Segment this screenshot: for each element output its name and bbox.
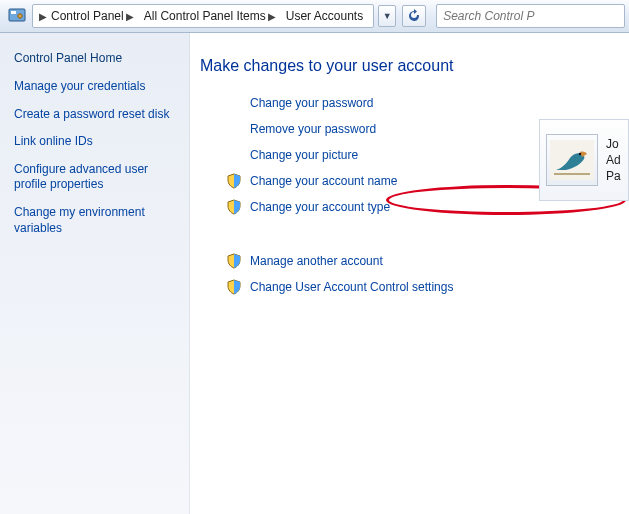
breadcrumb-dropdown-button[interactable]: ▼: [378, 5, 396, 27]
link-label: Remove your password: [250, 122, 376, 136]
sidebar-link-password-reset-disk[interactable]: Create a password reset disk: [14, 107, 175, 123]
link-change-account-type[interactable]: Change your account type: [226, 197, 453, 217]
link-label: Change your account name: [250, 174, 397, 188]
sidebar-link-advanced-profile[interactable]: Configure advanced user profile properti…: [14, 162, 175, 193]
breadcrumb-label: Control Panel: [51, 9, 124, 23]
svg-rect-0: [9, 9, 25, 21]
link-uac-settings[interactable]: Change User Account Control settings: [226, 277, 453, 297]
user-role: Ad: [606, 152, 621, 168]
sidebar: Control Panel Home Manage your credentia…: [0, 33, 190, 514]
chevron-right-icon: ▶: [39, 11, 47, 22]
user-picture[interactable]: [546, 134, 598, 186]
user-account-card: Jo Ad Pa: [539, 119, 629, 201]
uac-shield-icon: [226, 253, 242, 269]
uac-shield-icon: [226, 199, 242, 215]
uac-shield-icon: [226, 173, 242, 189]
refresh-icon: [407, 9, 421, 23]
uac-shield-icon: [226, 279, 242, 295]
sidebar-link-credentials[interactable]: Manage your credentials: [14, 79, 175, 95]
content-area: Control Panel Home Manage your credentia…: [0, 33, 629, 514]
user-password-status: Pa: [606, 168, 621, 184]
account-actions-group-1: Change your password Remove your passwor…: [200, 93, 453, 217]
breadcrumb: ▶ Control Panel ▶ All Control Panel Item…: [32, 4, 374, 28]
link-change-picture[interactable]: Change your picture: [226, 145, 453, 165]
account-actions-group-2: Manage another account Change User Accou…: [200, 251, 453, 297]
svg-rect-1: [11, 11, 16, 14]
svg-point-4: [579, 153, 581, 155]
user-meta: Jo Ad Pa: [606, 136, 621, 185]
bird-picture-icon: [550, 140, 594, 180]
chevron-right-icon: ▶: [126, 11, 134, 22]
link-label: Change your picture: [250, 148, 358, 162]
chevron-right-icon: ▶: [268, 11, 276, 22]
link-label: Manage another account: [250, 254, 383, 268]
breadcrumb-control-panel[interactable]: Control Panel ▶: [47, 5, 140, 27]
link-manage-another-account[interactable]: Manage another account: [226, 251, 453, 271]
link-label: Change your account type: [250, 200, 390, 214]
control-panel-icon: [8, 7, 26, 25]
breadcrumb-user-accounts[interactable]: User Accounts: [282, 5, 369, 27]
sidebar-link-online-ids[interactable]: Link online IDs: [14, 134, 175, 150]
svg-point-2: [18, 14, 22, 18]
search-box[interactable]: [436, 4, 625, 28]
link-change-password[interactable]: Change your password: [226, 93, 453, 113]
page-title: Make changes to your user account: [200, 57, 453, 75]
link-label: Change User Account Control settings: [250, 280, 453, 294]
link-change-account-name[interactable]: Change your account name: [226, 171, 453, 191]
user-name: Jo: [606, 136, 621, 152]
link-label: Change your password: [250, 96, 373, 110]
refresh-button[interactable]: [402, 5, 426, 27]
breadcrumb-label: User Accounts: [286, 9, 363, 23]
breadcrumb-label: All Control Panel Items: [144, 9, 266, 23]
sidebar-home-link[interactable]: Control Panel Home: [14, 51, 175, 65]
sidebar-link-env-variables[interactable]: Change my environment variables: [14, 205, 175, 236]
address-toolbar: ▶ Control Panel ▶ All Control Panel Item…: [0, 0, 629, 33]
search-input[interactable]: [443, 9, 618, 23]
link-remove-password[interactable]: Remove your password: [226, 119, 453, 139]
breadcrumb-all-items[interactable]: All Control Panel Items ▶: [140, 5, 282, 27]
main-panel: Make changes to your user account Change…: [190, 33, 629, 514]
